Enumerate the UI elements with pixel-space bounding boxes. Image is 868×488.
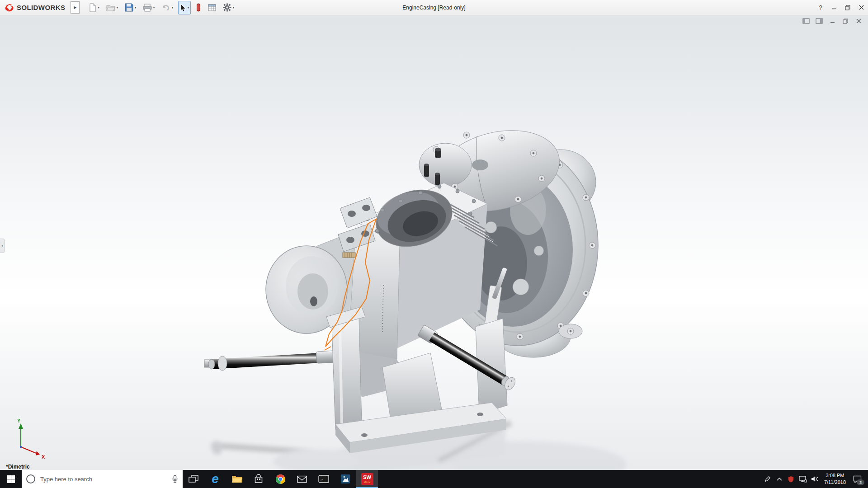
start-button[interactable]	[0, 470, 22, 488]
task-view-icon	[188, 474, 199, 483]
new-document-icon	[89, 3, 97, 12]
taskbar-clock[interactable]: 3:08 PM 7/11/2018	[821, 472, 849, 486]
dropdown-caret[interactable]: ▾	[187, 6, 189, 9]
clock-time: 3:08 PM	[824, 472, 846, 479]
doc-close-icon	[856, 19, 861, 23]
open-button[interactable]: ▾	[104, 1, 120, 14]
taskbar: e	[0, 470, 868, 488]
save-icon	[125, 3, 133, 12]
dropdown-caret[interactable]: ▾	[134, 6, 136, 9]
new-document-button[interactable]: ▾	[87, 1, 101, 14]
minimize-button[interactable]	[827, 0, 841, 15]
shield-icon	[788, 476, 794, 483]
speaker-icon	[811, 476, 818, 482]
tray-security-button[interactable]	[785, 470, 797, 488]
window-controls: ?	[814, 0, 868, 15]
close-button[interactable]	[854, 0, 868, 15]
chevron-up-icon	[777, 477, 782, 481]
screen: EngineCasing [Read-only] SOLIDWORKS ▶ ▾	[0, 0, 868, 488]
reference-triad: Y X	[17, 418, 45, 460]
dropdown-caret[interactable]: ▾	[98, 6, 99, 9]
dropdown-caret[interactable]: ▾	[171, 6, 173, 9]
options-button[interactable]: ▾	[221, 1, 236, 14]
hidden-icons-button[interactable]	[774, 470, 785, 488]
graphics-viewport[interactable]: ◂	[0, 15, 868, 470]
save-button[interactable]: ▾	[123, 1, 138, 14]
chrome-icon	[275, 474, 286, 484]
doc-restore-icon	[843, 19, 848, 24]
quick-access-toolbar: ▾ ▾ ▾	[87, 1, 236, 14]
task-view-button[interactable]	[183, 470, 204, 488]
housing-lug	[559, 324, 582, 338]
show-left-pane-button[interactable]	[802, 18, 810, 24]
cortana-icon	[26, 474, 35, 483]
solidworks-logo: SOLIDWORKS	[0, 3, 69, 12]
document-window-controls	[802, 18, 863, 24]
network-icon	[799, 476, 807, 483]
windows-ink-button[interactable]	[762, 470, 774, 488]
app-file-explorer[interactable]	[226, 470, 248, 488]
triad-y-label: Y	[17, 418, 21, 423]
dropdown-caret[interactable]: ▾	[116, 6, 118, 9]
taskbar-search[interactable]	[22, 470, 183, 488]
appearance-icon	[196, 3, 201, 12]
maximize-button[interactable]	[841, 0, 854, 15]
photos-icon	[340, 474, 350, 484]
undo-button[interactable]: ▾	[160, 1, 175, 14]
clock-date: 7/11/2018	[824, 479, 846, 486]
appearance-button[interactable]	[194, 1, 203, 14]
ds-logo-icon	[5, 3, 14, 12]
windows-logo-icon	[7, 475, 15, 483]
file-explorer-icon	[231, 474, 243, 483]
left-shaft[interactable]	[204, 351, 337, 371]
doc-minimize-button[interactable]	[828, 18, 836, 24]
design-table-icon	[208, 4, 216, 12]
app-chrome[interactable]	[269, 470, 291, 488]
menu-flyout-button[interactable]: ▶	[71, 1, 80, 14]
app-solidworks-2017[interactable]: SW 2017	[356, 470, 378, 488]
app-store[interactable]	[248, 470, 269, 488]
engine-casing-model[interactable]: Y X	[0, 15, 868, 470]
notification-badge: 3	[857, 479, 864, 485]
titlebar: EngineCasing [Read-only] SOLIDWORKS ▶ ▾	[0, 0, 868, 15]
solidworks-abbr: SW	[363, 475, 371, 480]
minimize-icon	[832, 5, 837, 10]
brand-text: SOLIDWORKS	[17, 4, 65, 11]
panel-expand-tab[interactable]: ◂	[0, 239, 5, 253]
app-photos[interactable]	[335, 470, 356, 488]
dropdown-caret[interactable]: ▾	[153, 6, 155, 9]
store-icon	[254, 474, 264, 484]
pen-icon	[764, 475, 771, 483]
system-tray: 3:08 PM 7/11/2018 3	[762, 470, 868, 488]
solidworks-year: 2017	[363, 480, 371, 483]
design-table-button[interactable]	[206, 1, 218, 14]
network-button[interactable]	[797, 470, 809, 488]
edge-icon: e	[212, 473, 219, 485]
restore-icon	[845, 5, 850, 10]
app-edge[interactable]: e	[204, 470, 226, 488]
print-button[interactable]: ▾	[141, 1, 156, 14]
knurled-fitting	[343, 253, 355, 258]
prompt-glyph: >_	[321, 478, 325, 482]
select-cursor-icon	[180, 4, 186, 12]
help-button[interactable]: ?	[814, 0, 827, 15]
dropdown-caret[interactable]: ▾	[232, 6, 234, 9]
command-prompt-icon: >_	[318, 474, 329, 483]
app-command-prompt[interactable]: >_	[313, 470, 335, 488]
select-tool-button[interactable]: ▾	[178, 1, 191, 14]
triad-x-label: X	[42, 454, 45, 460]
doc-restore-button[interactable]	[841, 18, 849, 24]
volume-button[interactable]	[809, 470, 821, 488]
options-gear-icon	[223, 3, 231, 12]
undo-icon	[161, 4, 170, 11]
view-orientation-label: *Dimetric	[6, 464, 30, 470]
app-mail[interactable]	[291, 470, 313, 488]
open-folder-icon	[106, 4, 115, 12]
print-icon	[143, 4, 152, 12]
close-icon	[859, 5, 864, 10]
search-input[interactable]	[39, 475, 168, 483]
show-right-pane-button[interactable]	[815, 18, 823, 24]
doc-close-button[interactable]	[854, 18, 863, 24]
microphone-icon[interactable]	[172, 475, 178, 483]
action-center-button[interactable]: 3	[849, 470, 865, 488]
